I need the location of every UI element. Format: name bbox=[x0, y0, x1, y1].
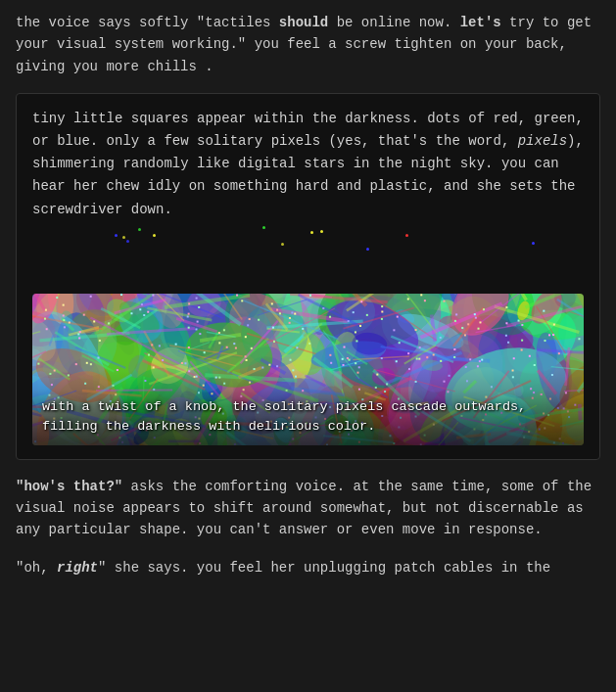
how-that-quote: "how's that?" bbox=[16, 479, 122, 494]
overlay-line1: with a twist of a knob, the solitary pix… bbox=[42, 399, 526, 414]
image-overlay: with a twist of a knob, the solitary pix… bbox=[32, 390, 584, 445]
outro-paragraph-2: "oh, right" she says. you feel her unplu… bbox=[16, 557, 600, 578]
right-emphasis: right bbox=[57, 560, 98, 576]
scattered-dots-area bbox=[32, 221, 584, 260]
more-dots-area bbox=[32, 260, 584, 290]
overlay-line2: filling the darkness with delirious colo… bbox=[42, 419, 375, 434]
should-bold: should bbox=[279, 15, 328, 30]
screw-text: screw bbox=[345, 36, 386, 52]
inner-narrative-box: tiny little squares appear within the da… bbox=[16, 93, 600, 459]
pixels-italic: pixels bbox=[518, 133, 567, 149]
outro-paragraph-1: "how's that?" asks the comforting voice.… bbox=[16, 476, 600, 541]
colorful-image-container: with a twist of a knob, the solitary pix… bbox=[32, 294, 584, 445]
in-the-text: in the bbox=[501, 560, 550, 576]
lets-bold: let's bbox=[460, 15, 501, 30]
inner-text-start: tiny little squares appear within the da… bbox=[32, 111, 584, 216]
intro-paragraph: the voice says softly "tactiles should b… bbox=[16, 12, 600, 77]
chills-text: chills . bbox=[147, 59, 213, 74]
